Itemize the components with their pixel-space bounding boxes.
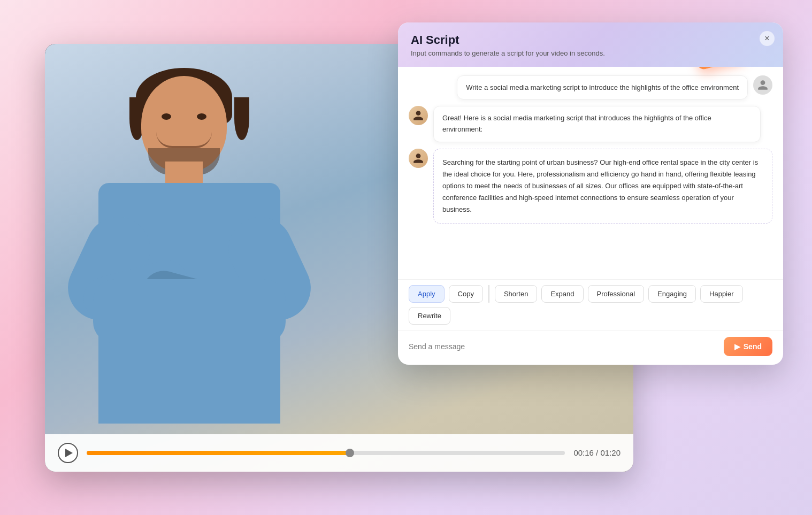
arms-crossed — [93, 279, 286, 343]
send-icon: ▶ — [734, 342, 740, 351]
copy-button[interactable]: Copy — [449, 285, 483, 303]
time-display: 00:16 / 01:20 — [573, 448, 621, 457]
happier-button[interactable]: Happier — [700, 285, 743, 303]
play-button[interactable] — [58, 443, 78, 463]
send-button[interactable]: ▶ Send — [724, 337, 772, 356]
ai-person-icon-1 — [412, 110, 424, 121]
ai-avatar-1 — [409, 106, 428, 125]
person-hair-right — [234, 97, 249, 140]
send-message-row: ▶ Send — [398, 330, 783, 365]
close-button[interactable]: × — [760, 31, 775, 46]
person-eye-right — [197, 113, 206, 120]
apply-button[interactable]: Apply — [409, 285, 445, 303]
ai-panel-body: Write a social media marketing script to… — [398, 67, 783, 279]
send-message-input[interactable] — [409, 342, 718, 351]
progress-thumb[interactable] — [346, 449, 354, 457]
person-smile — [156, 132, 212, 148]
ai-script-panel: ✦ ✦ AI AI Script Input commands to gener… — [398, 22, 783, 365]
ai-script-bubble: Searching for the starting point of urba… — [433, 149, 772, 224]
panel-title: AI Script — [411, 33, 770, 47]
play-icon — [65, 449, 73, 457]
shorten-button[interactable]: Shorten — [495, 285, 538, 303]
button-divider — [488, 285, 489, 303]
panel-subtitle: Input commands to generate a script for … — [411, 49, 770, 57]
person-eye-left — [162, 113, 171, 120]
ai-script-row: Searching for the starting point of urba… — [409, 149, 772, 224]
ai-panel-header: AI Script Input commands to generate a s… — [398, 22, 783, 67]
engaging-button[interactable]: Engaging — [648, 285, 696, 303]
progress-bar[interactable] — [87, 451, 565, 455]
send-label: Send — [744, 342, 762, 351]
expand-button[interactable]: Expand — [541, 285, 583, 303]
user-icon — [757, 79, 769, 91]
rewrite-button[interactable]: Rewrite — [409, 307, 450, 325]
progress-filled — [87, 451, 350, 455]
video-controls: 00:16 / 01:20 — [45, 434, 633, 472]
ai-person-icon-2 — [412, 152, 424, 164]
ai-avatar-2 — [409, 149, 428, 168]
ai-intro-row: Great! Here is a social media marketing … — [409, 106, 772, 142]
ai-intro-bubble: Great! Here is a social media marketing … — [433, 106, 761, 142]
action-buttons-row: Apply Copy Shorten Expand Professional E… — [398, 279, 783, 330]
professional-button[interactable]: Professional — [588, 285, 645, 303]
